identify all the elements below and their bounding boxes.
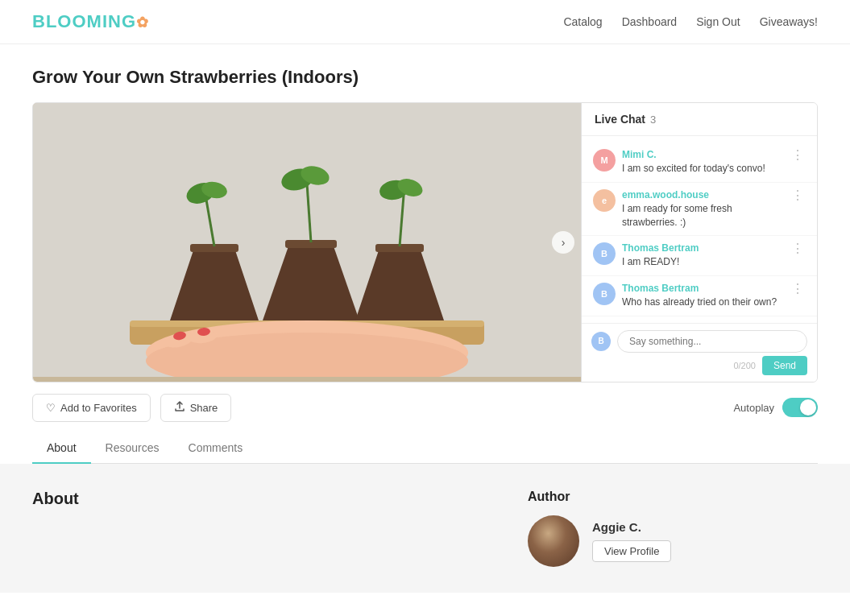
current-user-avatar: B bbox=[591, 332, 611, 351]
chat-count: 3 bbox=[650, 114, 656, 126]
msg-username-1: Mimi C. bbox=[622, 149, 783, 160]
action-left-buttons: ♡ Add to Favorites Share bbox=[32, 394, 231, 422]
logo-flower-icon: ✿ bbox=[136, 14, 149, 31]
chat-message-4: B Thomas Bertram Who has already tried o… bbox=[582, 276, 817, 316]
autoplay-label: Autoplay bbox=[733, 402, 774, 414]
msg-content-4: Thomas Bertram Who has already tried on … bbox=[622, 283, 783, 309]
autoplay-area: Autoplay bbox=[733, 398, 818, 417]
author-avatar bbox=[528, 515, 579, 567]
main-nav: Catalog Dashboard Sign Out Giveaways! bbox=[563, 15, 818, 28]
about-title: About bbox=[32, 490, 528, 508]
video-chevron-btn[interactable]: › bbox=[552, 231, 574, 254]
add-favorites-button[interactable]: ♡ Add to Favorites bbox=[32, 394, 151, 422]
author-avatar-image bbox=[528, 515, 579, 567]
page-title: Grow Your Own Strawberries (Indoors) bbox=[32, 67, 818, 88]
msg-username-4: Thomas Bertram bbox=[622, 283, 783, 294]
toggle-knob bbox=[800, 399, 816, 415]
chat-meta: 0/200 Send bbox=[591, 356, 807, 375]
tabs: About Resources Comments bbox=[32, 433, 818, 464]
tab-about[interactable]: About bbox=[32, 433, 91, 464]
avatar-2: e bbox=[593, 189, 616, 212]
about-left: About bbox=[32, 490, 528, 567]
plant-image bbox=[33, 103, 581, 377]
tab-comments[interactable]: Comments bbox=[174, 433, 258, 464]
action-bar: ♡ Add to Favorites Share Autoplay bbox=[32, 382, 818, 433]
send-button[interactable]: Send bbox=[762, 356, 807, 375]
chat-message-input[interactable] bbox=[617, 330, 807, 353]
nav-giveaways[interactable]: Giveaways! bbox=[760, 15, 818, 28]
page-content: Grow Your Own Strawberries (Indoors) bbox=[0, 44, 850, 464]
view-profile-button[interactable]: View Profile bbox=[592, 540, 671, 562]
author-section: Author Aggie C. View Profile bbox=[528, 490, 818, 567]
msg-menu-1[interactable]: ⋮ bbox=[790, 149, 806, 162]
msg-content-1: Mimi C. I am so excited for today's conv… bbox=[622, 149, 783, 176]
msg-content-3: Thomas Bertram I am READY! bbox=[622, 242, 783, 269]
heart-icon: ♡ bbox=[46, 402, 56, 414]
tab-resources[interactable]: Resources bbox=[91, 433, 174, 464]
msg-content-2: emma.wood.house I am ready for some fres… bbox=[622, 189, 783, 229]
chat-message-1: M Mimi C. I am so excited for today's co… bbox=[582, 143, 817, 183]
nav-dashboard[interactable]: Dashboard bbox=[622, 15, 678, 28]
chat-messages: M Mimi C. I am so excited for today's co… bbox=[582, 136, 817, 323]
chat-message-2: e emma.wood.house I am ready for some fr… bbox=[582, 183, 817, 237]
nav-signout[interactable]: Sign Out bbox=[696, 15, 740, 28]
msg-text-3: I am READY! bbox=[622, 255, 783, 269]
plant-scene-svg bbox=[33, 103, 581, 377]
autoplay-toggle[interactable] bbox=[782, 398, 818, 417]
author-name: Aggie C. bbox=[592, 520, 671, 534]
chat-message-3: B Thomas Bertram I am READY! ⋮ bbox=[582, 236, 817, 276]
logo: BLOOMING✿ bbox=[32, 11, 149, 32]
author-title: Author bbox=[528, 490, 818, 504]
share-icon bbox=[174, 401, 185, 415]
chat-input-area: B 0/200 Send bbox=[582, 323, 817, 382]
author-profile: Aggie C. View Profile bbox=[528, 515, 818, 567]
chat-title: Live Chat bbox=[595, 113, 645, 126]
main-area: › Live Chat 3 M Mimi C. I am so excited … bbox=[32, 102, 818, 382]
avatar-3: B bbox=[593, 242, 616, 265]
live-chat-panel: Live Chat 3 M Mimi C. I am so excited fo… bbox=[581, 103, 817, 382]
about-section: About Author Aggie C. View Profile bbox=[0, 464, 850, 593]
msg-username-3: Thomas Bertram bbox=[622, 242, 783, 254]
msg-text-4: Who has already tried on their own? bbox=[622, 296, 783, 309]
msg-text-1: I am so excited for today's convo! bbox=[622, 162, 783, 176]
msg-username-2: emma.wood.house bbox=[622, 189, 783, 201]
msg-menu-3[interactable]: ⋮ bbox=[790, 242, 806, 255]
nav-catalog[interactable]: Catalog bbox=[563, 15, 602, 28]
video-player[interactable]: › bbox=[33, 103, 581, 382]
msg-menu-2[interactable]: ⋮ bbox=[790, 189, 806, 202]
share-button[interactable]: Share bbox=[160, 394, 232, 422]
author-info: Aggie C. View Profile bbox=[592, 520, 671, 562]
char-count: 0/200 bbox=[733, 361, 756, 370]
header: BLOOMING✿ Catalog Dashboard Sign Out Giv… bbox=[0, 0, 850, 44]
msg-text-2: I am ready for some fresh strawberries. … bbox=[622, 202, 783, 229]
video-thumbnail bbox=[33, 103, 581, 377]
avatar-1: M bbox=[593, 149, 616, 172]
msg-menu-4[interactable]: ⋮ bbox=[790, 283, 806, 296]
chat-input-row: B bbox=[591, 330, 807, 353]
chat-header: Live Chat 3 bbox=[582, 103, 817, 136]
avatar-4: B bbox=[593, 283, 616, 305]
